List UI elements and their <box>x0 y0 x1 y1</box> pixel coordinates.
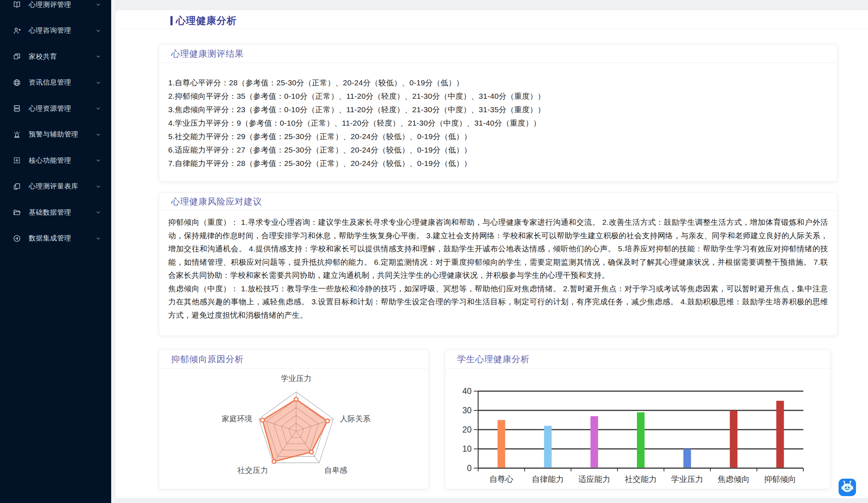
chat-robot-button[interactable] <box>839 479 856 496</box>
bar-抑郁倾向 <box>776 401 784 468</box>
assessment-results-card: 心理健康测评结果 1.自尊心平评分：28（参考值：25-30分（正常）、20-2… <box>159 44 837 182</box>
chevron-down-icon <box>96 106 101 111</box>
copy-icon <box>13 182 21 191</box>
alarm-icon <box>13 130 21 139</box>
bar-自尊心 <box>497 420 505 468</box>
x-axis-category-label: 焦虑倾向 <box>718 475 750 484</box>
sidebar-item-label: 心理咨询管理 <box>29 26 96 35</box>
y-axis-tick-label: 20 <box>462 425 472 434</box>
sidebar-item-label: 心理测评管理 <box>29 0 96 9</box>
sidebar-item-5[interactable]: 心理资源管理 <box>0 96 111 122</box>
sidebar-item-6[interactable]: 预警与辅助管理 <box>0 122 111 148</box>
bar-学业压力 <box>683 449 691 468</box>
mental-health-bar-card-header: 学生心理健康分析 <box>445 350 830 369</box>
radar-axis-label: 学业压力 <box>281 374 311 382</box>
score-line: 3.焦虑倾向平评分：23（参考值：0-10分（正常）、11-20分（轻度）、21… <box>168 103 828 116</box>
title-divider <box>116 29 868 29</box>
sidebar-scrollbar[interactable] <box>111 0 116 503</box>
sidebar-item-2[interactable]: 心理咨询管理 <box>0 18 111 44</box>
sidebar: 心理测评管理心理咨询管理家校共育资讯信息管理心理资源管理预警与辅助管理核心功能管… <box>0 0 111 503</box>
radar-axis-label: 家庭环境 <box>222 414 252 423</box>
sidebar-item-3[interactable]: 家校共育 <box>0 44 111 70</box>
assessment-results-card-title: 心理健康测评结果 <box>171 48 244 60</box>
suggestion-paragraph: 焦虑倾向（中度）： 1.放松技巧：教导学生一些放松和冷静的技巧，如深呼吸、冥想等… <box>168 282 828 322</box>
x-axis-category-label: 自尊心 <box>489 475 513 484</box>
score-line: 7.自律能力平评分：28（参考值：25-30分（正常）、20-24分（较低）、0… <box>168 157 828 170</box>
chevron-down-icon <box>96 210 101 215</box>
risk-suggestions-card-title: 心理健康风险应对建议 <box>171 196 262 207</box>
bar-社交能力 <box>637 412 645 467</box>
title-accent-bar <box>170 16 173 25</box>
x-axis-category-label: 适应能力 <box>578 475 610 484</box>
x-axis-category-label: 自律能力 <box>532 475 564 484</box>
radar-axis-label: 社交压力 <box>237 466 268 474</box>
x-axis-category-label: 学业压力 <box>671 475 703 484</box>
bar-chart-svg: 010203040自尊心自律能力适应能力社交能力学业压力焦虑倾向抑郁倾向 <box>445 369 830 489</box>
y-axis-tick-label: 0 <box>467 463 472 473</box>
depression-cause-radar-card: 抑郁倾向原因分析 学业压力人际关系自卑感社交压力家庭环境 <box>159 349 429 489</box>
mental-health-bar-card-title: 学生心理健康分析 <box>457 353 530 365</box>
sidebar-item-1[interactable]: 心理测评管理 <box>0 0 111 18</box>
mental-health-bar-chart: 010203040自尊心自律能力适应能力社交能力学业压力焦虑倾向抑郁倾向 <box>445 369 830 489</box>
sidebar-item-label: 心理资源管理 <box>29 104 96 113</box>
sidebar-item-label: 核心功能管理 <box>29 156 96 165</box>
score-line: 2.抑郁倾向平评分：35（参考值：0-10分（正常）、11-20分（轻度）、21… <box>168 89 828 103</box>
y-axis-tick-label: 30 <box>462 406 472 415</box>
depression-cause-radar-card-title: 抑郁倾向原因分析 <box>171 353 244 365</box>
chevron-down-icon <box>96 132 101 137</box>
chevron-down-icon <box>96 184 101 189</box>
chevron-down-icon <box>96 236 101 241</box>
radar-axis-label: 人际关系 <box>340 414 371 423</box>
score-line: 5.社交能力平评分：29（参考值：25-30分（正常）、20-24分（较低）、0… <box>168 130 828 143</box>
bar-适应能力 <box>590 416 598 468</box>
risk-suggestions-card-header: 心理健康风险应对建议 <box>159 193 837 211</box>
chevron-down-icon <box>96 2 101 7</box>
depression-cause-radar-card-header: 抑郁倾向原因分析 <box>159 350 428 369</box>
score-line: 4.学业压力平评分：9（参考值：0-10分（正常）、11-20分（轻度）、21-… <box>168 116 828 130</box>
chevron-down-icon <box>96 80 101 85</box>
page-title: 心理健康分析 <box>176 14 237 27</box>
chevron-down-icon <box>96 28 101 33</box>
bar-自律能力 <box>544 426 552 467</box>
sidebar-item-label: 心理测评量表库 <box>29 182 96 191</box>
sidebar-item-label: 家校共育 <box>29 52 96 61</box>
assessment-results-card-header: 心理健康测评结果 <box>159 45 837 63</box>
x-axis-category-label: 抑郁倾向 <box>764 475 796 484</box>
book-icon <box>13 0 21 9</box>
y-axis-tick-label: 10 <box>462 444 472 454</box>
suggestion-paragraph: 抑郁倾向（重度）： 1.寻求专业心理咨询：建议学生及家长寻求专业心理健康咨询和帮… <box>168 216 828 282</box>
bar-焦虑倾向 <box>730 410 738 468</box>
server-icon <box>13 104 21 113</box>
y-axis-tick-label: 40 <box>462 386 472 396</box>
radar-chart-svg: 学业压力人际关系自卑感社交压力家庭环境 <box>159 369 428 489</box>
sidebar-item-8[interactable]: 心理测评量表库 <box>0 174 111 200</box>
risk-suggestions-text: 抑郁倾向（重度）： 1.寻求专业心理咨询：建议学生及家长寻求专业心理健康咨询和帮… <box>159 211 837 322</box>
x-axis-category-label: 社交能力 <box>625 475 657 484</box>
radar-axis-label: 自卑感 <box>324 466 347 474</box>
score-line: 6.适应能力平评分：27（参考值：25-30分（正常）、20-24分（较低）、0… <box>168 143 828 157</box>
sidebar-item-7[interactable]: 核心功能管理 <box>0 147 111 174</box>
chevron-down-icon <box>96 158 101 163</box>
sidebar-item-label: 资讯信息管理 <box>29 78 96 87</box>
sidebar-menu: 心理测评管理心理咨询管理家校共育资讯信息管理心理资源管理预警与辅助管理核心功能管… <box>0 0 111 251</box>
sidebar-item-4[interactable]: 资讯信息管理 <box>0 70 111 96</box>
sidebar-item-9[interactable]: 基础数据管理 <box>0 199 111 226</box>
page-title-row: 心理健康分析 <box>170 15 237 27</box>
sidebar-item-label: 基础数据管理 <box>29 208 96 217</box>
mental-health-bar-card: 学生心理健康分析 010203040自尊心自律能力适应能力社交能力学业压力焦虑倾… <box>445 349 831 489</box>
sidebar-item-label: 数据集成管理 <box>29 234 96 243</box>
import-icon <box>13 234 21 243</box>
assessment-results-list: 1.自尊心平评分：28（参考值：25-30分（正常）、20-24分（较低）、0-… <box>159 63 837 170</box>
grid-icon <box>13 156 21 165</box>
risk-suggestions-card: 心理健康风险应对建议 抑郁倾向（重度）： 1.寻求专业心理咨询：建议学生及家长寻… <box>159 192 837 336</box>
user-plus-icon <box>13 27 21 35</box>
sidebar-item-label: 预警与辅助管理 <box>29 130 96 139</box>
depression-cause-radar-chart: 学业压力人际关系自卑感社交压力家庭环境 <box>159 369 428 489</box>
globe-icon <box>13 78 21 87</box>
folder-icon <box>13 208 21 216</box>
chevron-down-icon <box>96 54 101 59</box>
squares-icon <box>13 52 21 61</box>
score-line: 1.自尊心平评分：28（参考值：25-30分（正常）、20-24分（较低）、0-… <box>168 76 828 89</box>
sidebar-item-10[interactable]: 数据集成管理 <box>0 226 111 252</box>
